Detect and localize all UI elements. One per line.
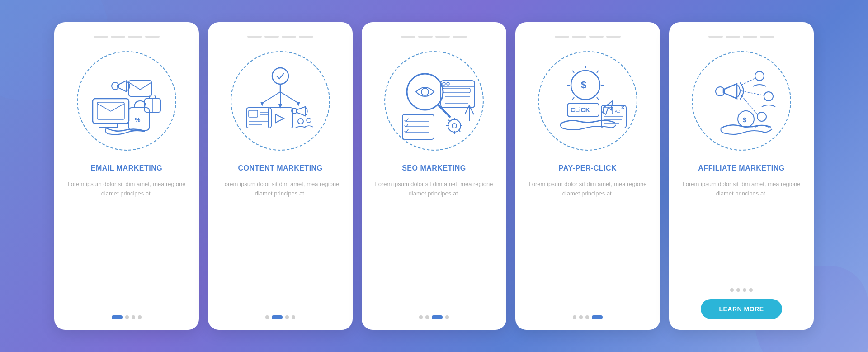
card-seo-marketing: SEO MARKETING Lorem ipsum dolor sit dim … [362,22,506,330]
card-top-indicator [94,36,160,38]
email-marketing-nav [112,315,142,319]
nav-dot-2[interactable] [272,315,283,319]
top-dot [435,36,450,38]
email-marketing-desc: Lorem ipsum dolor sit dim amet, mea regi… [65,180,188,199]
svg-point-72 [755,71,764,81]
content-marketing-title: CONTENT MARKETING [238,164,322,172]
card-content-marketing: CONTENT MARKETING Lorem ipsum dolor sit … [208,22,353,330]
nav-dot-3[interactable] [743,288,746,292]
affiliate-marketing-nav [730,288,753,292]
top-dot [708,36,723,38]
svg-line-49 [448,120,450,122]
nav-dot-3[interactable] [132,315,135,319]
svg-point-10 [272,68,288,84]
svg-rect-18 [249,110,258,117]
svg-point-27 [307,118,311,123]
top-dot [418,36,433,38]
svg-point-33 [443,82,445,85]
top-dot [299,36,313,38]
top-dot [111,36,125,38]
pay-per-click-desc: Lorem ipsum dolor sit dim amet, mea regi… [526,180,649,199]
affiliate-marketing-illustration: $ [687,47,796,155]
svg-marker-24 [276,114,284,123]
card-affiliate-marketing: $ AFFILIATE MARKETING Lorem ipsum dolor … [669,22,814,330]
content-marketing-nav [265,315,295,319]
svg-rect-3 [97,102,124,119]
seo-marketing-nav [419,315,449,319]
svg-point-28 [407,74,443,110]
seo-marketing-illustration [380,47,488,155]
nav-dot-4[interactable] [138,315,142,319]
top-dot [606,36,621,38]
nav-dot-2[interactable] [736,288,740,292]
top-dot [726,36,740,38]
nav-dot-3[interactable] [285,315,289,319]
top-dot [128,36,142,38]
svg-point-26 [298,119,303,124]
svg-line-73 [741,78,755,85]
card-top-indicator [247,36,313,38]
svg-point-74 [764,92,773,101]
affiliate-marketing-title: AFFILIATE MARKETING [698,164,784,172]
nav-dot-1[interactable] [730,288,734,292]
card-pay-per-click: $ CLiCK AD [515,22,660,330]
svg-line-60 [572,97,574,100]
nav-dot-4[interactable] [292,315,295,319]
svg-point-34 [447,82,449,85]
top-dot [282,36,296,38]
cards-container: % EMAIL MARKETING Lorem ipsum dolor sit … [41,9,827,343]
top-dot [743,36,757,38]
nav-dot-1[interactable] [573,315,576,319]
svg-line-57 [597,97,599,100]
seo-marketing-title: SEO MARKETING [402,164,466,172]
svg-line-75 [741,91,764,95]
nav-dot-1[interactable] [112,315,123,319]
svg-text:%: % [135,116,141,124]
svg-rect-23 [268,108,293,128]
svg-text:CLiCK: CLiCK [571,106,590,114]
nav-dot-1[interactable] [265,315,269,319]
top-dot [760,36,774,38]
top-dot [145,36,160,38]
svg-line-55 [597,71,599,73]
top-dot [94,36,108,38]
top-dot [453,36,467,38]
svg-rect-35 [443,88,470,93]
nav-dot-4[interactable] [749,288,753,292]
learn-more-button[interactable]: LEARN MORE [701,299,782,319]
email-marketing-title: EMAIL MARKETING [91,164,162,172]
svg-point-76 [757,112,766,121]
top-dot [401,36,415,38]
content-marketing-illustration [226,47,335,155]
nav-dot-2[interactable] [125,315,129,319]
pay-per-click-illustration: $ CLiCK AD [533,47,642,155]
top-dot [572,36,586,38]
card-email-marketing: % EMAIL MARKETING Lorem ipsum dolor sit … [54,22,199,330]
nav-dot-3[interactable] [432,315,443,319]
svg-rect-9 [129,81,151,96]
email-marketing-icon: % [84,58,170,144]
affiliate-marketing-icon: $ [696,56,787,146]
nav-dot-4[interactable] [592,315,603,319]
nav-dot-1[interactable] [419,315,423,319]
pay-per-click-title: PAY-PER-CLICK [559,164,617,172]
seo-marketing-icon [389,56,479,146]
content-marketing-icon [237,58,323,144]
svg-line-58 [572,71,574,73]
nav-dot-2[interactable] [425,315,429,319]
card-top-indicator [708,36,774,38]
nav-dot-3[interactable] [585,315,589,319]
affiliate-marketing-desc: Lorem ipsum dolor sit dim amet, mea regi… [680,180,803,199]
nav-dot-4[interactable] [445,315,449,319]
pay-per-click-icon: $ CLiCK AD [542,56,633,146]
top-dot [589,36,604,38]
top-dot [247,36,262,38]
svg-point-44 [452,124,457,128]
top-dot [264,36,279,38]
seo-marketing-desc: Lorem ipsum dolor sit dim amet, mea regi… [373,180,495,199]
nav-dot-2[interactable] [579,315,583,319]
email-marketing-illustration: % [72,47,181,155]
svg-line-12 [280,92,298,103]
svg-line-50 [458,130,460,132]
content-marketing-desc: Lorem ipsum dolor sit dim amet, mea regi… [219,180,342,199]
